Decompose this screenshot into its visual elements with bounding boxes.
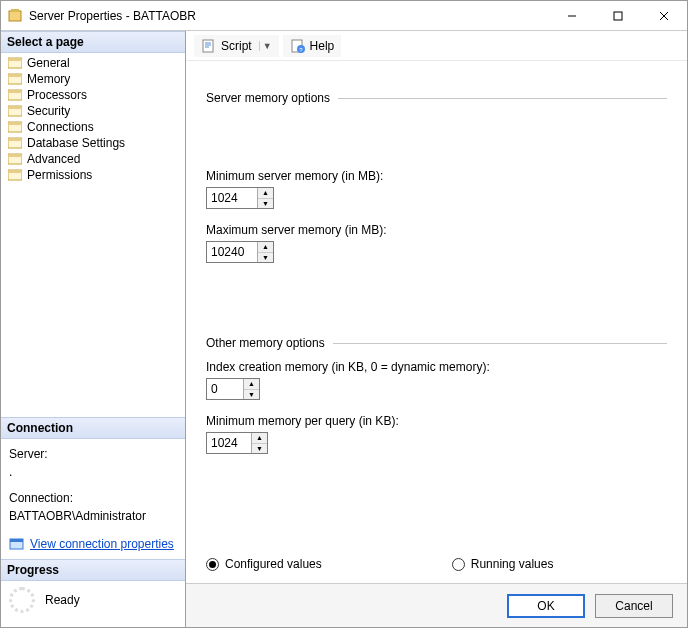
page-item-processors[interactable]: Processors (1, 87, 185, 103)
server-value: . (9, 463, 177, 481)
page-item-memory[interactable]: Memory (1, 71, 185, 87)
spin-up-icon[interactable]: ▲ (252, 433, 267, 444)
page-item-database-settings[interactable]: Database Settings (1, 135, 185, 151)
page-label: Memory (27, 72, 70, 86)
app-icon (7, 8, 23, 24)
page-label: Advanced (27, 152, 80, 166)
progress-spinner-icon (9, 587, 35, 613)
dialog-footer: OK Cancel (186, 583, 687, 627)
svg-rect-0 (9, 11, 21, 21)
index-memory-label: Index creation memory (in KB, 0 = dynami… (206, 360, 667, 374)
server-label: Server: (9, 445, 177, 463)
progress-status: Ready (45, 593, 80, 607)
spin-up-icon[interactable]: ▲ (244, 379, 259, 390)
min-query-memory-label: Minimum memory per query (in KB): (206, 414, 667, 428)
min-memory-spinner[interactable]: ▲▼ (206, 187, 274, 209)
radio-dot-icon (452, 558, 465, 571)
min-query-memory-input[interactable] (207, 433, 251, 453)
cancel-button[interactable]: Cancel (595, 594, 673, 618)
page-item-permissions[interactable]: Permissions (1, 167, 185, 183)
toolbar: Script ▼ ? Help (186, 31, 687, 61)
page-item-advanced[interactable]: Advanced (1, 151, 185, 167)
progress-block: Ready (1, 581, 185, 619)
spin-down-icon[interactable]: ▼ (258, 253, 273, 263)
maximize-button[interactable] (595, 1, 641, 30)
page-icon (7, 168, 23, 182)
running-values-radio[interactable]: Running values (452, 557, 554, 571)
svg-rect-15 (10, 539, 23, 542)
connection-label: Connection: (9, 489, 177, 507)
title-bar: Server Properties - BATTAOBR (1, 1, 687, 31)
page-label: General (27, 56, 70, 70)
configured-values-label: Configured values (225, 557, 322, 571)
page-item-general[interactable]: General (1, 55, 185, 71)
running-values-label: Running values (471, 557, 554, 571)
spin-up-icon[interactable]: ▲ (258, 242, 273, 253)
page-icon (7, 56, 23, 70)
close-button[interactable] (641, 1, 687, 30)
script-label: Script (221, 39, 252, 53)
index-memory-input[interactable] (207, 379, 243, 399)
help-label: Help (310, 39, 335, 53)
page-icon (7, 136, 23, 150)
max-memory-label: Maximum server memory (in MB): (206, 223, 667, 237)
content-area: Server memory options Minimum server mem… (186, 61, 687, 583)
page-icon (7, 120, 23, 134)
page-icon (7, 104, 23, 118)
page-item-connections[interactable]: Connections (1, 119, 185, 135)
select-page-header: Select a page (1, 31, 185, 53)
properties-icon (9, 537, 25, 551)
script-button[interactable]: Script ▼ (194, 35, 279, 57)
min-query-memory-spinner[interactable]: ▲▼ (206, 432, 268, 454)
svg-rect-1 (11, 9, 19, 12)
page-label: Database Settings (27, 136, 125, 150)
radio-dot-icon (206, 558, 219, 571)
page-icon (7, 72, 23, 86)
script-icon (201, 38, 217, 54)
spin-down-icon[interactable]: ▼ (244, 390, 259, 400)
page-label: Security (27, 104, 70, 118)
page-label: Permissions (27, 168, 92, 182)
spin-down-icon[interactable]: ▼ (258, 199, 273, 209)
page-item-security[interactable]: Security (1, 103, 185, 119)
page-list: General Memory Processors Security Conne… (1, 53, 185, 185)
help-icon: ? (290, 38, 306, 54)
connection-block: Server: . Connection: BATTAOBR\Administr… (1, 439, 185, 559)
ok-button[interactable]: OK (507, 594, 585, 618)
view-connection-properties-link[interactable]: View connection properties (30, 535, 174, 553)
progress-header: Progress (1, 559, 185, 581)
min-memory-label: Minimum server memory (in MB): (206, 169, 667, 183)
script-dropdown-icon[interactable]: ▼ (259, 41, 272, 51)
page-label: Processors (27, 88, 87, 102)
index-memory-spinner[interactable]: ▲▼ (206, 378, 260, 400)
max-memory-input[interactable] (207, 242, 257, 262)
page-icon (7, 152, 23, 166)
window-title: Server Properties - BATTAOBR (29, 9, 549, 23)
server-memory-group-label: Server memory options (206, 91, 330, 105)
svg-rect-3 (614, 12, 622, 20)
max-memory-spinner[interactable]: ▲▼ (206, 241, 274, 263)
spin-down-icon[interactable]: ▼ (252, 444, 267, 454)
page-icon (7, 88, 23, 102)
connection-header: Connection (1, 417, 185, 439)
page-label: Connections (27, 120, 94, 134)
connection-value: BATTAOBR\Administrator (9, 507, 177, 525)
svg-rect-16 (203, 40, 213, 52)
min-memory-input[interactable] (207, 188, 257, 208)
spin-up-icon[interactable]: ▲ (258, 188, 273, 199)
minimize-button[interactable] (549, 1, 595, 30)
other-memory-group-label: Other memory options (206, 336, 325, 350)
help-button[interactable]: ? Help (283, 35, 342, 57)
sidebar: Select a page General Memory Processors … (1, 31, 186, 627)
configured-values-radio[interactable]: Configured values (206, 557, 322, 571)
